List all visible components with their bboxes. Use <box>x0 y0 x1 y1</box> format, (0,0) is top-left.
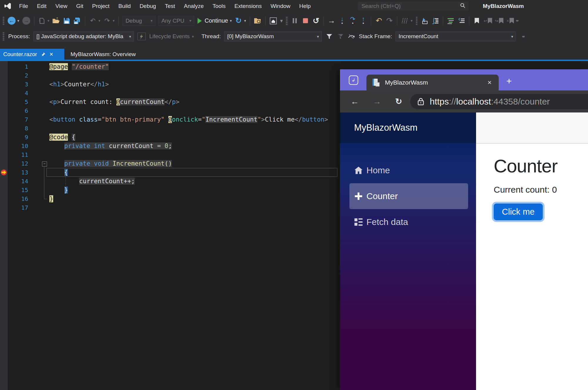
browser-tab[interactable]: MyBlazorWasm × <box>366 75 499 90</box>
filter-flagged-button[interactable] <box>336 32 344 41</box>
nav-item-counter[interactable]: Counter <box>349 183 468 209</box>
process-dropdown[interactable]: [] JavaScript debug adapter: MyBla ▾ <box>33 31 134 41</box>
tab-overview[interactable]: MyBlazorWasm: Overview <box>71 49 136 60</box>
open-file-button[interactable] <box>52 16 60 25</box>
show-threads-in-source-button[interactable] <box>348 32 355 41</box>
debug-location-toolbar: Process: [] JavaScript debug adapter: My… <box>0 29 588 43</box>
menu-debug[interactable]: Debug <box>135 0 160 12</box>
apply-code-changes-button[interactable] <box>401 16 409 25</box>
continue-caret-icon[interactable]: ▾ <box>230 19 232 23</box>
save-all-button[interactable] <box>73 16 81 25</box>
select-element-button[interactable] <box>421 16 428 25</box>
new-caret-icon[interactable]: ▾ <box>48 19 50 23</box>
menu-extensions[interactable]: Extensions <box>230 0 266 12</box>
new-file-icon <box>39 17 45 24</box>
toolbar-overflow-icon[interactable]: ▾▾ <box>516 19 518 23</box>
step-over-button[interactable]: ↷• <box>349 16 356 25</box>
format-document-button[interactable] <box>447 16 455 25</box>
menu-edit[interactable]: Edit <box>33 0 51 12</box>
line-number: 12 <box>0 159 28 168</box>
app-brand[interactable]: MyBlazorWasm <box>340 112 476 143</box>
pin-icon[interactable] <box>41 52 46 57</box>
back-history-caret-icon[interactable]: ▾ <box>17 19 19 23</box>
hot-reload-button[interactable]: ↻ <box>235 16 242 25</box>
solution-config-dropdown[interactable]: Debug▾ <box>123 16 155 26</box>
app-top-row <box>476 112 588 144</box>
continue-button[interactable]: Continue <box>197 16 228 25</box>
stop-debugging-button[interactable] <box>301 16 309 25</box>
navigate-back-button[interactable]: ← <box>8 16 16 25</box>
live-visual-tree-button[interactable] <box>269 16 277 25</box>
stop-icon <box>303 18 308 23</box>
debugbar-overflow-icon[interactable]: ▾▾ <box>522 34 524 39</box>
browser-forward-icon[interactable]: → <box>373 97 381 106</box>
tab-close-icon[interactable]: × <box>485 78 494 87</box>
lifecycle-caret-icon[interactable]: ▾ <box>192 34 194 39</box>
undo-caret-icon[interactable]: ▾ <box>98 19 100 23</box>
menu-window[interactable]: Window <box>266 0 295 12</box>
menu-file[interactable]: File <box>15 0 33 12</box>
menu-help[interactable]: Help <box>295 0 315 12</box>
workspaces-icon[interactable]: ↲ <box>349 75 358 85</box>
previous-bookmark-button[interactable]: ↩ <box>484 16 492 25</box>
browser-back-icon[interactable]: ← <box>351 97 359 106</box>
thread-dropdown[interactable]: [0] MyBlazorWasm ▾ <box>224 31 322 41</box>
quick-search[interactable] <box>358 1 468 11</box>
line-number: 15 <box>0 186 28 194</box>
redo-button[interactable]: ↷ <box>103 16 111 25</box>
restart-button[interactable]: ↺ <box>312 16 320 25</box>
click-me-button[interactable]: Click me <box>494 204 543 220</box>
show-next-statement-button[interactable]: → <box>328 16 335 25</box>
undo-button[interactable]: ↶ <box>89 16 97 25</box>
break-all-button[interactable] <box>291 16 299 25</box>
search-input[interactable] <box>358 3 460 10</box>
toggle-bookmark-button[interactable] <box>473 16 481 25</box>
find-in-files-button[interactable] <box>254 16 262 25</box>
toolbar-grip[interactable] <box>2 32 5 41</box>
clear-bookmarks-button[interactable]: × <box>506 16 514 25</box>
step-into-button[interactable]: ↓• <box>338 16 346 25</box>
save-icon <box>63 18 70 24</box>
document-outline-button[interactable] <box>431 16 439 25</box>
menu-build[interactable]: Build <box>114 0 135 12</box>
address-bar[interactable]: https://localhost:44358/counter <box>410 94 588 109</box>
current-count-text: Current count: 0 <box>494 185 588 195</box>
toolbar-grip[interactable] <box>416 17 418 25</box>
toolbar-grip[interactable] <box>286 17 288 25</box>
menu-git[interactable]: Git <box>72 0 88 12</box>
new-tab-button[interactable]: + <box>506 76 512 87</box>
menu-view[interactable]: View <box>51 0 72 12</box>
new-project-button[interactable] <box>38 16 46 25</box>
collapse-region-toggle[interactable]: − <box>42 162 47 167</box>
step-out-button[interactable]: ↑• <box>359 16 367 25</box>
navigate-forward-button[interactable]: → <box>22 16 30 25</box>
comment-lines-button[interactable] <box>458 16 465 25</box>
hot-reload-caret-icon[interactable]: ▾ <box>244 19 246 23</box>
thread-label: Thread: <box>202 33 221 40</box>
next-bookmark-button[interactable]: ↪ <box>495 16 504 25</box>
menu-analyze[interactable]: Analyze <box>180 0 208 12</box>
tab-counter-razor[interactable]: Counter.razor × <box>0 49 64 60</box>
nav-item-home[interactable]: Home <box>340 157 476 183</box>
filter-threads-button[interactable] <box>325 32 333 41</box>
close-icon[interactable]: × <box>49 51 53 58</box>
search-icon <box>460 3 465 9</box>
redo-caret-icon[interactable]: ▾ <box>113 19 115 23</box>
save-button[interactable] <box>63 16 71 25</box>
undo-edit-button[interactable]: ↶ <box>375 16 383 25</box>
menu-project[interactable]: Project <box>88 0 114 12</box>
comment-lines-icon <box>458 17 465 24</box>
menu-tools[interactable]: Tools <box>208 0 230 12</box>
solution-platform-dropdown[interactable]: Any CPU▾ <box>158 16 194 26</box>
line-number: 3 <box>0 80 28 89</box>
nav-item-fetch-data[interactable]: Fetch data <box>340 209 476 235</box>
redo-edit-button[interactable]: ↷ <box>386 16 393 25</box>
browser-refresh-icon[interactable]: ↻ <box>395 97 402 106</box>
toolbar-grip[interactable] <box>2 17 5 25</box>
lifecycle-events-button[interactable]: Lifecycle Events <box>149 33 190 40</box>
menu-test[interactable]: Test <box>160 0 180 12</box>
line-number: 16 <box>0 194 28 203</box>
stack-frame-dropdown[interactable]: IncrementCount ▾ <box>396 31 516 41</box>
breakpoint-current-statement-icon[interactable] <box>1 169 7 176</box>
apply-caret-icon[interactable]: ▾ <box>411 19 413 23</box>
